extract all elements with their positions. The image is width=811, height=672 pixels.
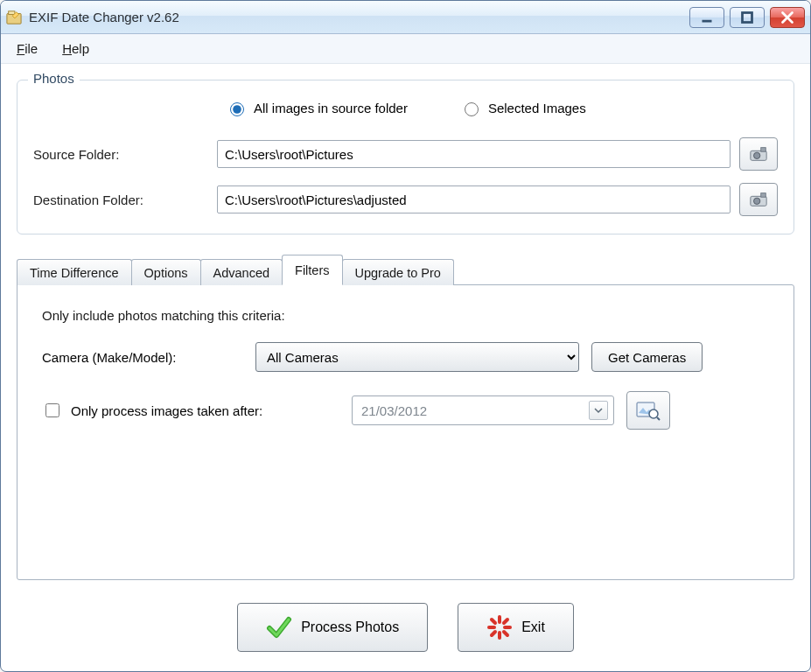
camera-folder-icon [749,190,768,209]
tab-filters[interactable]: Filters [282,255,342,285]
app-window: EXIF Date Changer v2.62 File Help Photos [0,0,811,672]
svg-point-5 [754,152,760,158]
tab-upgrade[interactable]: Upgrade to Pro [342,259,454,285]
svg-rect-6 [761,148,766,152]
svg-point-8 [754,198,760,204]
only-after-checkbox[interactable]: Only process images taken after: [42,401,339,420]
camera-label: Camera (Make/Model): [42,350,243,365]
tab-strip: Time Difference Options Advanced Filters… [17,254,794,284]
svg-rect-9 [761,193,766,198]
tab-options[interactable]: Options [131,259,201,285]
source-folder-input[interactable] [217,140,731,168]
minimize-button[interactable] [689,7,724,28]
photos-legend: Photos [28,71,80,86]
dest-folder-label: Destination Folder: [33,192,208,207]
close-icon [778,8,797,27]
menu-help[interactable]: Help [62,41,89,56]
radio-all-images-label: All images in source folder [254,101,408,116]
close-button[interactable] [770,7,805,28]
window-title: EXIF Date Changer v2.62 [29,10,689,24]
svg-line-20 [492,632,495,635]
minimize-icon [697,8,717,27]
get-cameras-button[interactable]: Get Cameras [591,342,703,372]
check-icon [266,614,292,640]
menubar: File Help [1,34,810,64]
exit-button[interactable]: Exit [458,603,574,652]
maximize-button[interactable] [730,7,765,28]
svg-point-11 [649,410,658,418]
process-photos-button[interactable]: Process Photos [237,603,428,652]
calendar-dropdown-icon[interactable] [589,401,608,420]
tab-panel-filters: Only include photos matching this criter… [17,284,794,580]
chevron-down-icon [593,405,604,416]
radio-all-images[interactable]: All images in source folder [226,100,408,116]
svg-line-17 [492,620,495,623]
tab-advanced[interactable]: Advanced [200,259,283,285]
svg-rect-1 [9,10,15,14]
svg-rect-3 [743,12,752,22]
date-value: 21/03/2012 [361,403,427,418]
svg-line-12 [657,417,660,420]
date-preview-button[interactable] [626,391,670,430]
svg-line-18 [504,632,507,635]
svg-rect-2 [703,19,712,22]
browse-source-button[interactable] [739,137,778,171]
dest-folder-input[interactable] [217,186,731,214]
client-area: Photos All images in source folder Selec… [1,64,810,671]
app-icon [6,10,22,25]
radio-all-images-input[interactable] [230,102,244,116]
radio-selected-images-label: Selected Images [488,101,586,116]
only-after-label: Only process images taken after: [71,403,262,418]
titlebar[interactable]: EXIF Date Changer v2.62 [1,1,810,34]
date-picker[interactable]: 21/03/2012 [352,396,614,425]
maximize-icon [738,8,757,27]
menu-file[interactable]: File [17,41,38,56]
svg-line-19 [504,620,507,623]
camera-select[interactable]: All Cameras [255,342,579,372]
source-folder-label: Source Folder: [33,147,208,162]
only-after-checkbox-input[interactable] [45,403,59,417]
camera-folder-icon [749,144,768,164]
radio-selected-images-input[interactable] [465,102,479,116]
filters-intro: Only include photos matching this criter… [42,308,769,323]
browse-dest-button[interactable] [739,183,778,216]
footer: Process Photos Exit [17,580,794,657]
magnifier-photo-icon [636,400,661,421]
photos-group: Photos All images in source folder Selec… [17,80,794,234]
process-photos-label: Process Photos [301,620,399,635]
tab-time-difference[interactable]: Time Difference [17,259,132,285]
radio-selected-images[interactable]: Selected Images [460,100,586,116]
exit-burst-icon [486,614,513,640]
exit-label: Exit [521,620,545,635]
